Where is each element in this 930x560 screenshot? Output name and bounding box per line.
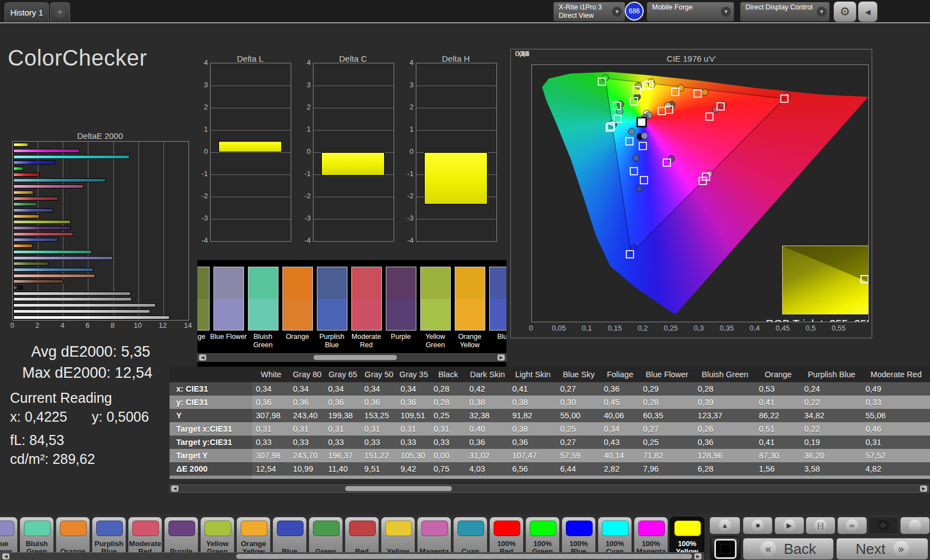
table-cell: 16,53 (325, 476, 361, 479)
pattern-button-magenta[interactable]: Magenta (417, 517, 451, 558)
stop-icon: ■ (752, 519, 764, 532)
pattern-button-100-yellow[interactable]: 100% Yellow (670, 517, 704, 558)
pattern-button-100-cyan[interactable]: 100% Cyan (598, 517, 632, 558)
gear-icon: ⚙ (840, 5, 851, 18)
pattern-color-chip (0, 521, 14, 536)
collapse-panel-button[interactable]: ◀ (858, 1, 878, 22)
bar-gloss (14, 274, 95, 277)
bar-gloss (14, 244, 32, 247)
tab-history-1[interactable]: History 1 (4, 2, 49, 22)
table-cell: 0,27 (640, 422, 694, 436)
bar-gloss (14, 310, 150, 313)
table-cell: 128,96 (694, 449, 755, 462)
refresh-button[interactable]: ⟳ (868, 517, 898, 534)
column-header: Gray 80 (290, 367, 325, 382)
pattern-button-orange[interactable]: Orange (56, 517, 90, 558)
infinite-loop-button[interactable]: ∞ (837, 517, 867, 534)
y-tick-label: -3 (299, 214, 311, 222)
deltae-bar-100-green (13, 167, 23, 171)
table-cell: 3,58 (801, 462, 862, 476)
table-cell: 57,52 (862, 449, 930, 462)
bar-gloss (14, 221, 70, 223)
bar-gloss (14, 156, 129, 158)
settings-button[interactable]: ⚙ (833, 1, 857, 22)
pattern-color-chip (60, 521, 87, 536)
extra-button[interactable] (900, 517, 930, 534)
pattern-window-up-button[interactable]: ▲ (709, 517, 740, 534)
scroll-right-icon[interactable]: ▶ (920, 486, 927, 492)
stop-button[interactable]: ■ (743, 517, 773, 534)
table-cell: 0,34 (325, 382, 361, 396)
x-tick-label: 8 (108, 321, 117, 329)
scroll-left-icon[interactable]: ◀ (171, 486, 178, 492)
patch-swatch-bluish-green (248, 267, 278, 331)
pattern-button-orange-yellow[interactable]: Orange Yellow (236, 517, 271, 558)
display-control-dropdown[interactable]: Direct Display Control ▼ (740, 2, 830, 22)
table-scrollbar-thumb[interactable] (345, 486, 452, 491)
pattern-button-purplish-blue[interactable]: Purplish Blue (92, 517, 126, 558)
tab-history-label: History 1 (10, 8, 43, 17)
pattern-button-yellow[interactable]: Yellow (381, 517, 415, 558)
next-button[interactable]: Next » (836, 538, 928, 560)
pattern-window-button[interactable] (710, 537, 740, 560)
pattern-button-cyan[interactable]: Cyan (453, 517, 488, 558)
table-cell: 105,30 (397, 449, 430, 462)
swatch-measured-half (283, 299, 312, 331)
source-dropdown-label: Mobile Forge (652, 3, 693, 12)
pattern-button-100-green[interactable]: 100% Green (525, 517, 560, 558)
pattern-button-blue-flower[interactable]: Blue Flower (0, 517, 18, 558)
back-button[interactable]: « Back (743, 538, 834, 560)
bar-gloss (14, 203, 37, 206)
cie-x-tick-label: 0 (523, 324, 539, 332)
scroll-right-icon[interactable]: ▶ (694, 553, 702, 559)
pattern-bar-scrollbar[interactable]: ◀ ▶ (0, 552, 704, 560)
swatch-scrollbar-thumb[interactable] (314, 355, 397, 360)
scroll-right-icon[interactable]: ▶ (498, 354, 505, 361)
page-title: ColorChecker (8, 46, 147, 71)
table-cell: 0,31 (252, 422, 290, 436)
gridline (211, 174, 291, 175)
table-row: Target y:CIE310,330,330,330,330,330,330,… (170, 436, 930, 449)
pattern-button-blue[interactable]: Blue (272, 517, 307, 558)
scroll-left-icon[interactable]: ◀ (2, 553, 9, 559)
pattern-button-yellow-green[interactable]: Yellow Green (200, 517, 235, 558)
measured-point (702, 89, 708, 96)
deltae-bar-magenta (13, 184, 83, 188)
source-dropdown[interactable]: Mobile Forge ▼ (646, 2, 734, 22)
table-cell: 34,82 (801, 409, 862, 422)
pattern-button-bluish-green[interactable]: Bluish Green (19, 517, 54, 558)
table-cell: 0,53 (755, 382, 801, 396)
table-cell: 13,83 (557, 476, 601, 479)
meter-count-badge[interactable]: 686 (625, 2, 644, 21)
table-row: ΔE 200012,5410,9911,409,519,420,754,036,… (170, 462, 930, 476)
gridline (416, 86, 496, 86)
pattern-button-100-blue[interactable]: 100% Blue (561, 517, 596, 558)
new-tab-button[interactable]: + (50, 2, 70, 22)
pattern-scrollbar-thumb[interactable] (236, 554, 692, 559)
pattern-button-100-red[interactable]: 100% Red (489, 517, 524, 558)
y-tick-label: 3 (401, 81, 414, 89)
bar-gloss (14, 292, 130, 295)
pattern-button-moderate-red[interactable]: Moderate Red (128, 517, 162, 558)
table-cell: 0,34 (290, 382, 325, 396)
bar-gloss (14, 262, 48, 265)
chevron-double-right-icon: » (893, 541, 909, 557)
y-tick-label: 4 (401, 58, 414, 67)
pattern-button-purple[interactable]: Purple (164, 517, 198, 558)
deltae-bar-black (13, 286, 23, 289)
meter-dropdown[interactable]: X-Rite i1Pro 3Direct View ▼ (553, 2, 625, 22)
table-scrollbar[interactable]: ◀ ▶ (170, 484, 929, 493)
play-button[interactable]: ▶ (774, 517, 804, 534)
pattern-button-green[interactable]: Green (309, 517, 343, 558)
table-cell: 0,34 (600, 422, 639, 436)
swatch-target-half (455, 267, 485, 299)
pattern-button-red[interactable]: Red (345, 517, 379, 558)
table-cell: 4,82 (862, 462, 930, 476)
scroll-left-icon[interactable]: ◀ (199, 354, 206, 361)
ab-loop-button[interactable]: [-] (805, 517, 835, 534)
pattern-color-chip (313, 521, 340, 536)
swatch-strip-scrollbar[interactable]: ◀ ▶ (197, 353, 506, 362)
row-label: x: CIE31 (170, 382, 252, 396)
gridline (314, 108, 394, 108)
pattern-button-100-magenta[interactable]: 100% Magenta (634, 517, 668, 558)
